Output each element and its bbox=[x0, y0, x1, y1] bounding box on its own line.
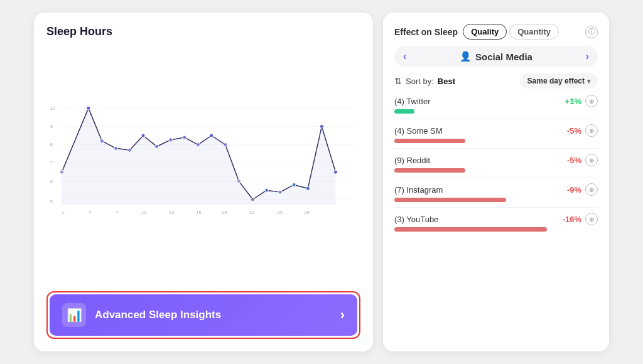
sort-left: ⇅ Sort by: Best bbox=[394, 76, 455, 86]
item-value: -5% bbox=[567, 126, 581, 136]
category-icon: 👤 bbox=[460, 51, 472, 62]
chart-title: Sleep Hours bbox=[46, 25, 360, 38]
advanced-btn-wrapper: 📊 Advanced Sleep Insights › bbox=[46, 291, 360, 339]
category-name: Social Media bbox=[475, 51, 532, 62]
zoom-icon[interactable]: ⊕ bbox=[585, 95, 598, 107]
tab-quantity[interactable]: Quantity bbox=[509, 24, 559, 40]
item-right: -16% ⊕ bbox=[563, 213, 598, 225]
svg-point-25 bbox=[100, 139, 104, 143]
zoom-icon[interactable]: ⊕ bbox=[585, 183, 598, 196]
svg-text:5: 5 bbox=[50, 199, 53, 205]
sleep-chart: 10 9 8 7 6 5 1 4 7 10 13 16 19 bbox=[46, 45, 360, 285]
dropdown-arrow-icon: ▾ bbox=[587, 78, 590, 85]
svg-point-34 bbox=[224, 143, 227, 147]
list-item: (7) Instagram -9% ⊕ bbox=[394, 183, 598, 202]
item-right: -9% ⊕ bbox=[567, 183, 598, 196]
svg-point-36 bbox=[251, 198, 255, 201]
svg-point-40 bbox=[306, 186, 310, 190]
item-name: (4) Some SM bbox=[394, 126, 443, 136]
category-label: 👤 Social Media bbox=[460, 51, 532, 62]
svg-point-33 bbox=[210, 134, 213, 137]
svg-text:16: 16 bbox=[196, 210, 201, 215]
list-item: (4) Some SM -5% ⊕ bbox=[394, 124, 598, 143]
list-item: (4) Twitter +1% ⊕ bbox=[394, 95, 598, 114]
svg-point-39 bbox=[292, 183, 296, 187]
svg-text:19: 19 bbox=[222, 210, 227, 215]
panel-header: Effect on Sleep Quality Quantity ⓘ bbox=[394, 24, 598, 40]
advanced-btn-arrow-icon: › bbox=[340, 307, 345, 323]
item-right: -5% ⊕ bbox=[567, 124, 598, 137]
svg-point-27 bbox=[128, 148, 132, 152]
svg-text:6: 6 bbox=[50, 179, 53, 185]
svg-point-24 bbox=[87, 106, 90, 110]
advanced-btn-icon: 📊 bbox=[62, 303, 86, 327]
svg-text:7: 7 bbox=[50, 161, 53, 166]
item-name: (9) Reddit bbox=[394, 156, 430, 165]
zoom-icon[interactable]: ⊕ bbox=[585, 213, 598, 225]
tab-quality[interactable]: Quality bbox=[463, 24, 507, 40]
svg-point-28 bbox=[141, 134, 145, 137]
svg-text:22: 22 bbox=[249, 210, 254, 215]
svg-marker-22 bbox=[62, 108, 335, 205]
sort-icon: ⇅ bbox=[394, 76, 402, 86]
chart-area: 10 9 8 7 6 5 1 4 7 10 13 16 19 bbox=[46, 45, 360, 285]
panel-header-label: Effect on Sleep bbox=[394, 27, 458, 37]
sort-row: ⇅ Sort by: Best Same day effect ▾ bbox=[394, 73, 598, 88]
svg-text:7: 7 bbox=[116, 210, 118, 215]
app-container: Sleep Hours 10 9 8 7 6 5 1 4 7 bbox=[0, 0, 643, 364]
prev-category-button[interactable]: ‹ bbox=[403, 51, 406, 62]
sort-prefix: Sort by: bbox=[406, 77, 434, 86]
item-name: (7) Instagram bbox=[394, 185, 443, 195]
svg-point-41 bbox=[320, 125, 323, 129]
svg-point-23 bbox=[60, 170, 64, 174]
svg-point-35 bbox=[237, 179, 240, 183]
info-icon[interactable]: ⓘ bbox=[585, 26, 598, 38]
sort-value: Best bbox=[438, 77, 455, 86]
svg-point-26 bbox=[114, 146, 118, 150]
svg-point-42 bbox=[334, 170, 338, 174]
svg-point-31 bbox=[183, 136, 186, 139]
item-name: (4) Twitter bbox=[394, 97, 431, 106]
effect-on-sleep-panel: Effect on Sleep Quality Quantity ⓘ ‹ 👤 S… bbox=[383, 13, 609, 351]
svg-text:13: 13 bbox=[169, 210, 174, 215]
next-category-button[interactable]: › bbox=[586, 51, 589, 62]
svg-text:25: 25 bbox=[277, 210, 282, 215]
svg-point-37 bbox=[265, 188, 269, 192]
category-nav: ‹ 👤 Social Media › bbox=[394, 46, 598, 67]
svg-text:10: 10 bbox=[141, 210, 146, 215]
list-item: (3) YouTube -16% ⊕ bbox=[394, 213, 598, 232]
list-item: (9) Reddit -5% ⊕ bbox=[394, 154, 598, 173]
svg-text:28: 28 bbox=[304, 210, 309, 215]
zoom-icon[interactable]: ⊕ bbox=[585, 124, 598, 137]
svg-point-29 bbox=[155, 145, 159, 149]
item-right: -5% ⊕ bbox=[567, 154, 598, 166]
advanced-btn-label: Advanced Sleep Insights bbox=[95, 309, 332, 321]
svg-text:10: 10 bbox=[50, 105, 55, 111]
sleep-hours-panel: Sleep Hours 10 9 8 7 6 5 1 4 7 bbox=[34, 13, 373, 351]
item-value: -16% bbox=[563, 215, 581, 224]
item-right: +1% ⊕ bbox=[565, 95, 598, 107]
svg-text:4: 4 bbox=[89, 210, 91, 215]
advanced-sleep-insights-button[interactable]: 📊 Advanced Sleep Insights › bbox=[50, 294, 357, 336]
svg-point-32 bbox=[196, 143, 200, 147]
svg-text:1: 1 bbox=[62, 210, 64, 215]
tab-group: Quality Quantity bbox=[463, 24, 559, 40]
item-value: -5% bbox=[567, 156, 581, 165]
filter-label: Same day effect bbox=[527, 77, 585, 85]
svg-point-30 bbox=[169, 138, 173, 142]
svg-text:9: 9 bbox=[50, 124, 53, 129]
item-value: +1% bbox=[565, 97, 581, 106]
item-name: (3) YouTube bbox=[394, 215, 438, 224]
items-list: (4) Twitter +1% ⊕ (4) Some SM -5% bbox=[394, 95, 598, 340]
item-value: -9% bbox=[567, 185, 581, 195]
svg-text:8: 8 bbox=[50, 142, 53, 147]
filter-dropdown[interactable]: Same day effect ▾ bbox=[520, 73, 598, 88]
svg-point-38 bbox=[278, 190, 282, 194]
zoom-icon[interactable]: ⊕ bbox=[585, 154, 598, 166]
